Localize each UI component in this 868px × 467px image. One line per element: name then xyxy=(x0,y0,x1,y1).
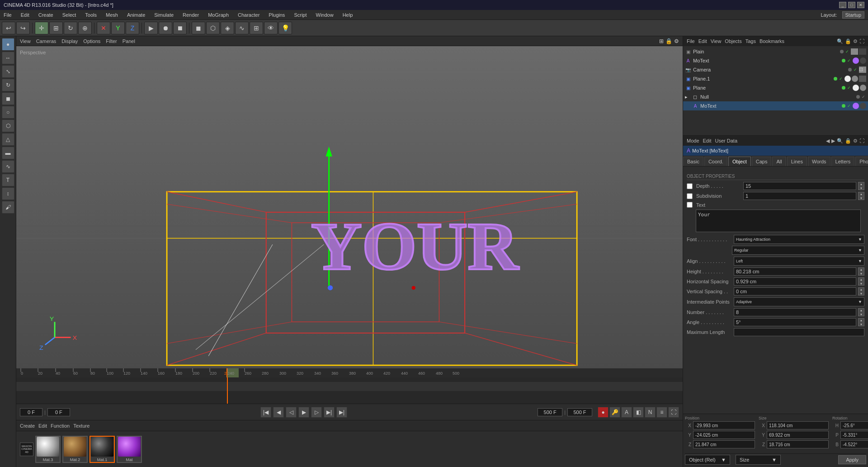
material-mat1[interactable]: Mat.1 xyxy=(90,436,115,463)
plane-check[interactable]: ✓ xyxy=(846,85,852,91)
vspacing-input[interactable] xyxy=(734,287,856,295)
tab-coord[interactable]: Coord. xyxy=(704,157,727,166)
scale-tool[interactable]: ⤡ xyxy=(2,65,14,78)
prev-frame-btn[interactable]: ◀ xyxy=(273,407,284,418)
maxlength-input[interactable] xyxy=(734,328,864,336)
rotate-tool-btn[interactable]: ↻ xyxy=(64,22,77,34)
prop-search-icon[interactable]: 🔍 xyxy=(837,138,843,144)
record-key-btn[interactable]: 🔑 xyxy=(609,407,620,418)
grid-btn[interactable]: ⊞ xyxy=(250,22,263,34)
vspacing-spinner[interactable]: ▲▼ xyxy=(858,287,864,295)
obj-plane1[interactable]: ▣ Plane.1 ✓ xyxy=(683,74,868,83)
obj-bookmarks-menu[interactable]: Bookmarks xyxy=(760,38,784,44)
x-axis-btn[interactable]: ✕ xyxy=(97,22,110,34)
sphere-tool[interactable]: ○ xyxy=(2,106,14,119)
layout-dropdown[interactable]: Startup xyxy=(842,11,864,19)
obj-tags-menu[interactable]: Tags xyxy=(745,38,756,44)
time-input[interactable] xyxy=(47,408,70,416)
obj-plain[interactable]: ▣ Plain ✓ xyxy=(683,47,868,56)
fps-input[interactable] xyxy=(567,408,592,416)
camera-btn[interactable]: ⬡ xyxy=(206,22,220,34)
play-btn[interactable]: ▶ xyxy=(144,22,158,34)
nla-btn[interactable]: N xyxy=(645,407,656,418)
null-collapse-icon[interactable]: ▸ xyxy=(685,94,690,100)
tab-all[interactable]: All xyxy=(772,157,786,166)
cube-tool[interactable]: ◼ xyxy=(2,92,14,105)
plane1-vis[interactable] xyxy=(834,77,837,81)
y-axis-btn[interactable]: Y xyxy=(111,22,125,34)
motext-child-check[interactable]: ✓ xyxy=(846,103,852,109)
tab-lines[interactable]: Lines xyxy=(787,157,807,166)
text-input[interactable]: Your xyxy=(696,210,861,232)
z-axis-btn[interactable]: Z xyxy=(126,22,139,34)
motext-child-vis[interactable] xyxy=(842,104,845,108)
number-input[interactable] xyxy=(734,308,856,316)
subdiv-checkbox[interactable] xyxy=(687,193,693,199)
plane-vis[interactable] xyxy=(842,86,845,90)
text-checkbox[interactable] xyxy=(687,202,693,208)
maximize-btn[interactable]: □ xyxy=(848,2,855,8)
obj-motext-top[interactable]: A MoText ✓ xyxy=(683,56,868,65)
material-mat2[interactable]: Mat.2 xyxy=(62,436,88,463)
timeline-btn[interactable]: ≡ xyxy=(656,407,667,418)
text-tool[interactable]: T xyxy=(2,174,14,186)
motext-check[interactable]: ✓ xyxy=(846,58,852,63)
auto-key-btn[interactable]: A xyxy=(621,407,632,418)
material-mat[interactable]: Mat xyxy=(117,436,142,463)
depth-spinner[interactable]: ▲▼ xyxy=(858,182,864,190)
pos-z-input[interactable] xyxy=(693,440,755,448)
intpoints-dropdown[interactable]: Adaptive ▼ xyxy=(734,297,864,306)
material-mat3[interactable]: Mat.3 xyxy=(35,436,61,463)
plane1-check[interactable]: ✓ xyxy=(838,76,844,81)
obj-objects-menu[interactable]: Objects xyxy=(725,38,741,44)
size-mode-dropdown[interactable]: Size ▼ xyxy=(736,455,781,465)
pos-y-input[interactable] xyxy=(693,431,755,439)
prop-lock-icon[interactable]: 🔒 xyxy=(845,138,851,144)
tab-caps[interactable]: Caps xyxy=(752,157,772,166)
end-time-input[interactable] xyxy=(538,408,562,416)
menu-plugins[interactable]: Plugins xyxy=(267,11,287,19)
prop-settings-icon[interactable]: ⚙ xyxy=(853,138,858,144)
pos-x-input[interactable] xyxy=(693,421,755,429)
view-menu[interactable]: View xyxy=(20,38,31,44)
render-view-btn[interactable]: 👁 xyxy=(264,22,278,34)
move-tool[interactable]: ↔ xyxy=(2,52,14,64)
expand-icon[interactable]: ⊞ xyxy=(659,38,664,44)
next-key-btn[interactable]: ▷ xyxy=(311,407,322,418)
stop-btn[interactable]: ⏹ xyxy=(173,22,187,34)
menu-edit[interactable]: Edit xyxy=(19,11,31,19)
camera-check[interactable]: ✓ xyxy=(853,67,858,72)
height-spinner[interactable]: ▲▼ xyxy=(858,267,864,276)
options-menu[interactable]: Options xyxy=(83,38,100,44)
menu-tools[interactable]: Tools xyxy=(83,11,99,19)
next-frame-btn[interactable]: ▶| xyxy=(324,407,335,418)
menu-mesh[interactable]: Mesh xyxy=(104,11,120,19)
minimize-btn[interactable]: _ xyxy=(839,2,846,8)
obj-motext-child[interactable]: A MoText ✓ xyxy=(683,101,868,110)
spline-tool[interactable]: ∿ xyxy=(2,160,14,173)
subdiv-spinner[interactable]: ▲▼ xyxy=(858,192,864,200)
texture-menu[interactable]: Texture xyxy=(73,423,90,429)
null-vis[interactable] xyxy=(856,95,860,99)
menu-select[interactable]: Select xyxy=(61,11,78,19)
display-menu[interactable]: Display xyxy=(61,38,78,44)
rot-p-input[interactable] xyxy=(840,431,868,439)
go-start-btn[interactable]: |◀ xyxy=(260,407,271,418)
obj-edit-menu[interactable]: Edit xyxy=(698,38,707,44)
plain-check[interactable]: ✓ xyxy=(844,49,850,54)
obj-file-menu[interactable]: File xyxy=(687,38,695,44)
menu-help[interactable]: Help xyxy=(341,11,355,19)
panel-menu[interactable]: Panel xyxy=(123,38,135,44)
obj-camera[interactable]: 📷 Camera ✓ ⊡ xyxy=(683,65,868,74)
prop-fwd-icon[interactable]: ▶ xyxy=(831,138,835,144)
filter-menu[interactable]: Filter xyxy=(106,38,117,44)
light-tool-btn[interactable]: 💡 xyxy=(278,22,292,34)
fullscreen-btn[interactable]: ⛶ xyxy=(668,407,679,418)
timeline-playhead[interactable] xyxy=(227,377,228,404)
timeline-ruler[interactable]: 0 20 40 60 80 100 120 140 160 180 200 22… xyxy=(16,368,683,377)
close-btn[interactable]: ✕ xyxy=(857,2,864,8)
mode-dropdown[interactable]: Object (Rel) ▼ xyxy=(685,455,730,465)
rot-h-input[interactable] xyxy=(840,421,868,429)
menu-animate[interactable]: Animate xyxy=(125,11,147,19)
current-frame-input[interactable] xyxy=(20,408,42,416)
